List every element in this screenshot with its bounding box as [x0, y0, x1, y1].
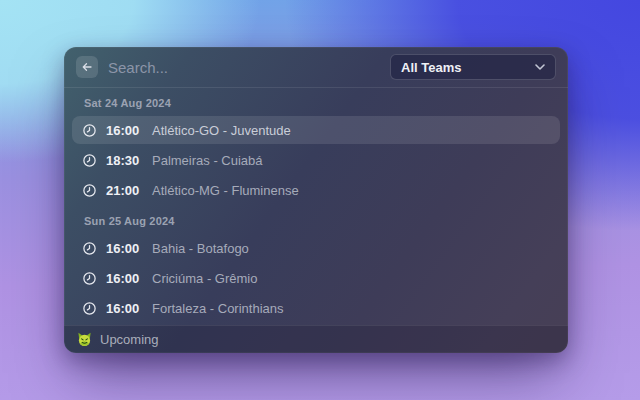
clock-icon: [82, 153, 97, 168]
match-row[interactable]: 16:00 Criciúma - Grêmio: [72, 264, 560, 292]
team-filter-dropdown[interactable]: All Teams: [390, 54, 556, 80]
team-filter-label: All Teams: [401, 60, 461, 75]
match-schedule-window: All Teams Sat 24 Aug 2024 16:00 Atlético…: [64, 47, 568, 353]
section-rows: 16:00 Bahia - Botafogo 16:00 Criciúma - …: [72, 234, 560, 322]
match-fixture: Palmeiras - Cuiabá: [152, 153, 263, 168]
match-row[interactable]: 18:30 Palmeiras - Cuiabá: [72, 146, 560, 174]
match-list: Sat 24 Aug 2024 16:00 Atlético-GO - Juve…: [64, 88, 568, 325]
match-fixture: Criciúma - Grêmio: [152, 271, 257, 286]
match-fixture: Atlético-GO - Juventude: [152, 123, 291, 138]
match-time: 16:00: [106, 123, 143, 138]
clock-icon: [82, 123, 97, 138]
section-date: Sun 25 Aug 2024: [72, 206, 560, 234]
back-button[interactable]: [76, 56, 98, 78]
arrow-left-icon: [81, 61, 93, 73]
match-row[interactable]: 16:00 Atlético-GO - Juventude: [72, 116, 560, 144]
match-time: 16:00: [106, 241, 143, 256]
match-fixture: Fortaleza - Corinthians: [152, 301, 284, 316]
date-section: Sat 24 Aug 2024 16:00 Atlético-GO - Juve…: [72, 88, 560, 204]
match-time: 16:00: [106, 271, 143, 286]
match-time: 18:30: [106, 153, 143, 168]
match-time: 21:00: [106, 183, 143, 198]
section-date: Sat 24 Aug 2024: [72, 88, 560, 116]
search-header: All Teams: [64, 47, 568, 88]
search-input[interactable]: [108, 59, 380, 76]
match-row[interactable]: 21:00 Atlético-MG - Fluminense: [72, 176, 560, 204]
status-bar: Upcoming: [64, 325, 568, 353]
status-label: Upcoming: [100, 332, 159, 347]
clock-icon: [82, 183, 97, 198]
clock-icon: [82, 241, 97, 256]
match-row[interactable]: 16:00 Fortaleza - Corinthians: [72, 294, 560, 322]
match-fixture: Bahia - Botafogo: [152, 241, 249, 256]
brasileirao-league-icon: [77, 332, 92, 347]
match-row[interactable]: 16:00 Bahia - Botafogo: [72, 234, 560, 262]
section-rows: 16:00 Atlético-GO - Juventude 18:30 Palm…: [72, 116, 560, 204]
clock-icon: [82, 271, 97, 286]
date-section: Sun 25 Aug 2024 16:00 Bahia - Botafogo 1…: [72, 206, 560, 322]
chevron-down-icon: [535, 64, 545, 70]
match-time: 16:00: [106, 301, 143, 316]
clock-icon: [82, 301, 97, 316]
desktop-background: All Teams Sat 24 Aug 2024 16:00 Atlético…: [0, 0, 640, 400]
match-fixture: Atlético-MG - Fluminense: [152, 183, 299, 198]
